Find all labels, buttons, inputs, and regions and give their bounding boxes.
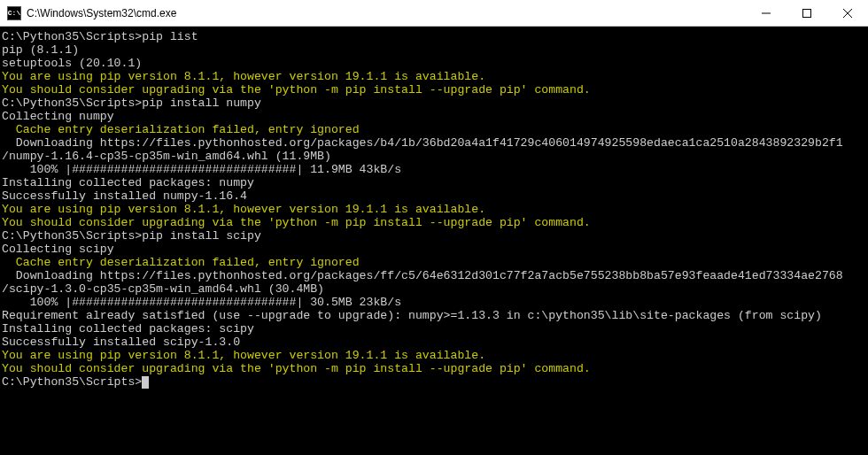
- maximize-icon: [802, 9, 811, 18]
- terminal-line: pip (8.1.1): [2, 43, 866, 57]
- cursor: [142, 376, 149, 389]
- terminal-line: 100% |################################| …: [2, 163, 866, 176]
- terminal-line: Successfully installed scipy-1.3.0: [2, 335, 866, 349]
- terminal-line: You should consider upgrading via the 'p…: [2, 216, 866, 229]
- terminal-line: C:\Python35\Scripts>pip install numpy: [2, 96, 866, 110]
- terminal-output[interactable]: C:\Python35\Scripts>pip listpip (8.1.1)s…: [0, 27, 868, 392]
- terminal-line: Requirement already satisfied (use --upg…: [2, 309, 866, 322]
- terminal-line: setuptools (20.10.1): [2, 57, 866, 70]
- minimize-button[interactable]: [746, 0, 787, 27]
- window-titlebar: C:\ C:\Windows\System32\cmd.exe: [0, 0, 868, 27]
- window-title: C:\Windows\System32\cmd.exe: [27, 7, 746, 19]
- terminal-line: You should consider upgrading via the 'p…: [2, 362, 866, 375]
- terminal-line: You should consider upgrading via the 'p…: [2, 83, 866, 96]
- window-controls: [746, 0, 868, 27]
- terminal-line: Downloading https://files.pythonhosted.o…: [2, 269, 866, 282]
- terminal-line: Cache entry deserialization failed, entr…: [2, 256, 866, 269]
- terminal-line: Collecting scipy: [2, 243, 866, 256]
- svg-rect-1: [803, 9, 811, 17]
- terminal-line: Installing collected packages: scipy: [2, 322, 866, 335]
- terminal-line: C:\Python35\Scripts>pip list: [2, 30, 866, 43]
- terminal-line: /numpy-1.16.4-cp35-cp35m-win_amd64.whl (…: [2, 150, 866, 163]
- terminal-line: You are using pip version 8.1.1, however…: [2, 349, 866, 362]
- cmd-icon: C:\: [7, 6, 21, 20]
- terminal-line: Installing collected packages: numpy: [2, 176, 866, 189]
- terminal-line: You are using pip version 8.1.1, however…: [2, 70, 866, 83]
- terminal-line: C:\Python35\Scripts>: [2, 375, 866, 389]
- terminal-line: Successfully installed numpy-1.16.4: [2, 189, 866, 203]
- terminal-line: 100% |################################| …: [2, 296, 866, 309]
- terminal-line: C:\Python35\Scripts>pip install scipy: [2, 229, 866, 243]
- close-icon: [843, 9, 852, 18]
- minimize-icon: [762, 9, 771, 18]
- maximize-button[interactable]: [787, 0, 827, 27]
- close-button[interactable]: [827, 0, 868, 27]
- terminal-line: Downloading https://files.pythonhosted.o…: [2, 136, 866, 150]
- terminal-line: You are using pip version 8.1.1, however…: [2, 203, 866, 216]
- terminal-line: /scipy-1.3.0-cp35-cp35m-win_amd64.whl (3…: [2, 282, 866, 296]
- terminal-line: Collecting numpy: [2, 110, 866, 123]
- terminal-line: Cache entry deserialization failed, entr…: [2, 123, 866, 136]
